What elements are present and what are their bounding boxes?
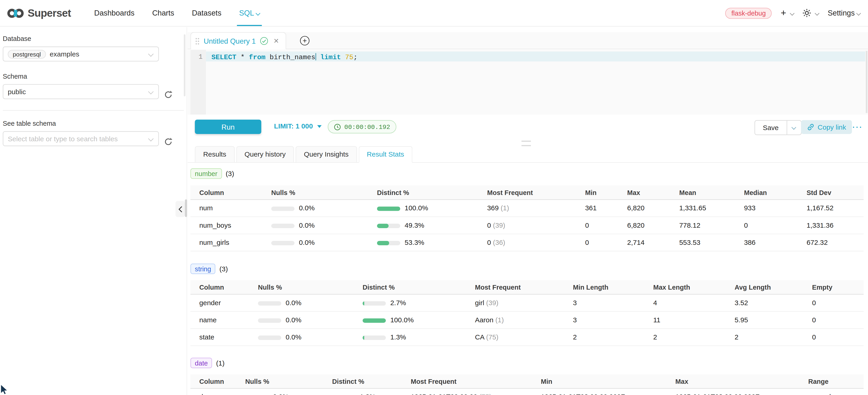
cell-distinct: 1.3% <box>332 388 411 395</box>
nav-sql[interactable]: SQL <box>230 0 269 26</box>
tab-result-stats[interactable]: Result Stats <box>359 146 412 163</box>
col-header-column: Column <box>190 185 271 200</box>
tab-results[interactable]: Results <box>195 146 235 163</box>
superset-logo[interactable]: Superset <box>7 7 71 19</box>
cell-most-frequent: 1965-01-01T00:00:00 (75) <box>411 388 541 395</box>
col-header-distinct: Distinct % <box>332 374 411 388</box>
results-tabs: Results Query history Query Insights Res… <box>188 146 868 163</box>
limit-dropdown[interactable]: LIMIT: 1 000 <box>274 122 322 130</box>
col-header-distinct: Distinct % <box>363 280 475 295</box>
sidebar: Database postgresql examples Schema publ… <box>0 27 187 395</box>
run-button[interactable]: Run <box>195 120 261 134</box>
cell-max-length: 2 <box>653 329 735 346</box>
mouse-cursor <box>0 384 8 395</box>
tab-query-history[interactable]: Query history <box>236 146 294 163</box>
cell-most-frequent: girl (39) <box>475 294 573 311</box>
settings-menu[interactable]: Settings <box>828 9 860 17</box>
env-badge: flask-debug <box>725 7 772 19</box>
query-tab[interactable]: Untitled Query 1 ✕ <box>190 32 286 49</box>
col-header-most-frequent: Most Frequent <box>487 185 585 200</box>
close-tab-icon[interactable]: ✕ <box>273 37 279 45</box>
nulls-bar <box>258 318 281 323</box>
chevron-down-icon <box>792 125 796 130</box>
cell-min: 361 <box>585 200 627 217</box>
col-header-min: Min <box>541 374 675 388</box>
database-engine-tag: postgresql <box>8 50 46 59</box>
main-pane: Untitled Query 1 ✕ + 1 SELECT * from bir… <box>188 27 868 395</box>
collapse-sidebar-button[interactable] <box>176 201 185 217</box>
cell-nulls: 0.0% <box>245 388 332 395</box>
cell-nulls: 0.0% <box>271 217 377 234</box>
table-select[interactable]: Select table or type to search tables <box>3 131 159 146</box>
cell-max: 6,820 <box>627 200 679 217</box>
distinct-bar <box>377 241 400 245</box>
refresh-schema-icon[interactable] <box>164 90 173 99</box>
cell-empty: 0 <box>812 311 863 329</box>
more-options-button[interactable]: ··· <box>852 120 863 134</box>
new-item-button[interactable]: + <box>781 7 794 19</box>
cell-min: 1965-01-01T03:00:00.000Z <box>541 388 675 395</box>
refresh-tables-icon[interactable] <box>164 138 173 146</box>
date-stats-table: Column Nulls % Distinct % Most Frequent … <box>190 374 863 395</box>
editor-gutter: 1 <box>190 50 206 115</box>
sidebar-scrollbar[interactable] <box>184 34 185 96</box>
theme-toggle-button[interactable] <box>803 9 819 17</box>
table-header-row: Column Nulls % Distinct % Most Frequent … <box>190 374 863 388</box>
save-button[interactable]: Save <box>754 120 801 135</box>
cell-max-length: 4 <box>653 294 735 311</box>
nav-dashboards[interactable]: Dashboards <box>85 0 143 26</box>
string-stats-table: Column Nulls % Distinct % Most Frequent … <box>190 280 863 346</box>
cell-nulls: 0.0% <box>271 200 377 217</box>
chevron-down-icon <box>856 11 861 16</box>
table-header-row: Column Nulls % Distinct % Most Frequent … <box>190 185 863 200</box>
copy-link-button[interactable]: Copy link <box>801 120 852 134</box>
cell-max-length: 11 <box>653 311 735 329</box>
type-badge-string: string <box>190 264 216 274</box>
nulls-bar <box>258 301 281 306</box>
cell-min-length: 3 <box>573 294 653 311</box>
nav-datasets[interactable]: Datasets <box>183 0 230 26</box>
cell-distinct: 49.3% <box>377 217 487 234</box>
cell-mean: 1,331.65 <box>679 200 744 217</box>
sidebar-divider <box>3 110 184 111</box>
cell-min-length: 3 <box>573 311 653 329</box>
schema-label: Schema <box>3 72 27 80</box>
pane-divider-handle[interactable] <box>185 199 187 217</box>
result-stats-panel: number (3) Column Nulls % Distinct % Mos… <box>188 163 868 395</box>
resize-handle[interactable] <box>522 141 531 146</box>
cell-distinct: 100.0% <box>363 311 475 329</box>
cell-column: state <box>190 329 258 346</box>
navbar-right: flask-debug + Settings <box>725 7 860 19</box>
drag-handle-icon[interactable] <box>195 37 199 44</box>
sql-editor[interactable]: 1 SELECT * from birth_names limit 75; <box>188 50 868 115</box>
col-header-column: Column <box>190 374 245 388</box>
table-row: gender 0.0% 2.7% girl (39) 3 4 3.52 0 <box>190 294 863 311</box>
cell-median: 0 <box>744 217 807 234</box>
line-number: 1 <box>198 53 203 61</box>
schema-select[interactable]: public <box>3 84 159 99</box>
add-tab-button[interactable]: + <box>300 36 309 45</box>
editor-scrollbar[interactable] <box>866 51 867 113</box>
sun-icon <box>803 9 811 17</box>
cell-distinct: 2.7% <box>363 294 475 311</box>
cell-column: ds <box>190 388 245 395</box>
cell-range: same day <box>808 388 863 395</box>
database-select[interactable]: postgresql examples <box>3 47 159 61</box>
caret-down-icon <box>317 125 321 127</box>
col-header-avg-length: Avg Length <box>735 280 812 295</box>
save-options-caret[interactable] <box>786 121 801 134</box>
cell-min: 0 <box>585 217 627 234</box>
database-label: Database <box>3 35 31 43</box>
cell-avg-length: 3.52 <box>735 294 812 311</box>
table-schema-label: See table schema <box>3 120 56 127</box>
cell-column: name <box>190 311 258 329</box>
cell-column: gender <box>190 294 258 311</box>
cell-std-dev: 1,331.36 <box>807 217 863 234</box>
nav-charts[interactable]: Charts <box>143 0 183 26</box>
type-badge-date: date <box>190 358 212 368</box>
cell-column: num_girls <box>190 234 271 251</box>
tab-query-insights[interactable]: Query Insights <box>296 146 357 163</box>
number-stats-table: Column Nulls % Distinct % Most Frequent … <box>190 185 863 251</box>
col-header-most-frequent: Most Frequent <box>475 280 573 295</box>
sql-lab-page: Superset Dashboards Charts Datasets SQL … <box>0 0 868 395</box>
